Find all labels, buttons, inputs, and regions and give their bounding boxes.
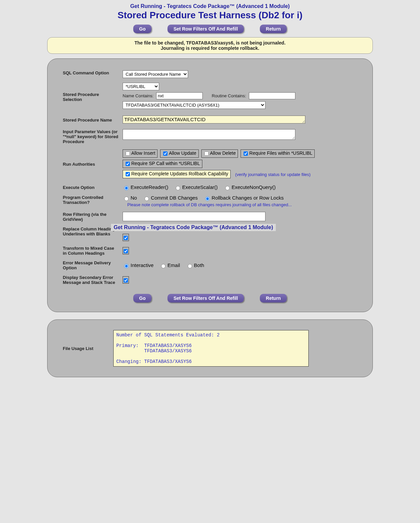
require-sp-checkbox[interactable] [126,162,130,166]
exec-scalar-option[interactable]: ExecuteScalar() [174,184,218,190]
exec-nonquery-radio[interactable] [225,186,230,190]
label-file-usage: File Usage List [61,328,111,369]
secondary-error-box[interactable] [123,276,129,284]
allow-update-box[interactable]: Allow Update [160,149,199,158]
trans-commit-option[interactable]: Commit DB Changes [143,195,198,201]
replace-column-box[interactable] [123,234,129,241]
file-usage-output: Number of SQL Statements Evaluated: 2 Pr… [113,330,309,367]
require-rollback-checkbox[interactable] [126,172,130,176]
exec-scalar-radio[interactable] [176,186,180,190]
page-title: Stored Procedure Test Harness (Db2 for i… [47,10,373,21]
set-filters-button-top[interactable]: Set Row Filters Off And Refill [167,25,244,33]
input-params-textarea[interactable] [123,129,295,140]
trans-commit-radio[interactable] [145,197,149,201]
trans-rollback-radio[interactable] [205,197,210,201]
main-form-panel: SQL Command Option Call Stored Procedure… [47,58,373,312]
exec-reader-radio[interactable] [124,186,129,190]
require-files-box[interactable]: Require Files within *USRLIBL [241,149,315,158]
mixed-case-checkbox[interactable] [124,249,128,253]
err-email-radio[interactable] [161,264,165,268]
row-filter-input[interactable] [123,212,265,221]
return-button-bottom[interactable]: Return [260,294,287,303]
set-filters-button-bottom[interactable]: Set Row Filters Off And Refill [167,294,244,303]
allow-delete-checkbox[interactable] [204,151,209,156]
name-contains-input[interactable] [156,92,203,99]
require-sp-box[interactable]: Require SP Call within *USRLIBL [123,160,202,168]
verify-journaling-link[interactable]: (verify journaling status for update fil… [235,172,311,177]
label-row-filtering: Row Filtering (via the GridView) [61,210,121,224]
label-secondary-error: Display Secondary Error Message and Stac… [61,273,121,287]
trans-no-radio[interactable] [124,197,129,201]
file-usage-panel: File Usage List Number of SQL Statements… [47,319,373,377]
sp-name-textarea[interactable]: TFDATABAS3/GETNXTAVAILCTCID [123,116,305,124]
label-mixed-case: Transform to Mixed Case in Column Headin… [61,243,121,258]
label-sp-selection: Stored Procedure Selection [61,80,121,113]
warning-line1: The file to be changed, TFDATABAS3/xasys… [52,40,368,45]
label-program-transaction: Program Controlled Transaction? [61,193,121,210]
allow-update-checkbox[interactable] [163,151,167,156]
label-name-contains: Name Contains: [123,93,154,98]
go-button-top[interactable]: Go [133,25,152,33]
require-files-checkbox[interactable] [244,151,248,156]
sp-dropdown-select[interactable]: TFDATABAS3/GETNXTAVAILCTCID (ASYS6X1) [123,101,265,109]
trans-no-option[interactable]: No [123,195,137,201]
library-select[interactable]: *USRLIBL [123,83,159,90]
allow-delete-box[interactable]: Allow Delete [201,149,238,158]
err-both-radio[interactable] [188,264,192,268]
exec-nonquery-option[interactable]: ExecuteNonQuery() [224,184,276,190]
exec-reader-option[interactable]: ExecuteReader() [123,184,168,190]
mixed-case-box[interactable] [123,247,129,254]
err-interactive-option[interactable]: Interactive [123,262,154,268]
replace-column-checkbox[interactable] [124,236,128,240]
err-email-option[interactable]: Email [159,262,180,268]
go-button-bottom[interactable]: Go [133,294,152,303]
transaction-note: Please note complete rollback of DB chan… [127,202,357,207]
routine-contains-input[interactable] [249,92,295,99]
label-error-delivery: Error Message Delivery Option [61,258,121,273]
allow-insert-box[interactable]: Allow Insert [123,149,158,158]
require-rollback-box[interactable]: Require Complete Updates Rollback Capabi… [123,170,231,178]
allow-insert-checkbox[interactable] [126,151,130,156]
overlay-badge: Get Running - Tegratecs Code Package™ (A… [111,224,276,231]
warning-line2: Journaling is required for complete roll… [52,45,368,51]
warning-banner: The file to be changed, TFDATABAS3/xasys… [47,37,373,54]
return-button-top[interactable]: Return [260,25,287,33]
trans-rollback-option[interactable]: Rollback Changes or Row Locks [204,195,284,201]
err-interactive-radio[interactable] [124,264,129,268]
label-execute-option: Execute Option [61,182,121,193]
label-run-authorities: Run Authorities [61,146,121,182]
label-sp-name: Stored Procedure Name [61,113,121,127]
top-button-row: Go Set Row Filters Off And Refill Return [47,25,373,33]
sql-command-select[interactable]: Call Stored Procedure Name [123,70,188,78]
bottom-button-row: Go Set Row Filters Off And Refill Return [61,294,359,303]
label-routine-contains: Routine Contains: [212,93,246,98]
label-sql-command: SQL Command Option [61,68,121,80]
err-both-option[interactable]: Both [186,262,204,268]
secondary-error-checkbox[interactable] [124,278,128,283]
page-subtitle: Get Running - Tegratecs Code Package™ (A… [47,3,373,9]
label-input-params: Input Parameter Values (or "*null" keywo… [61,127,121,146]
